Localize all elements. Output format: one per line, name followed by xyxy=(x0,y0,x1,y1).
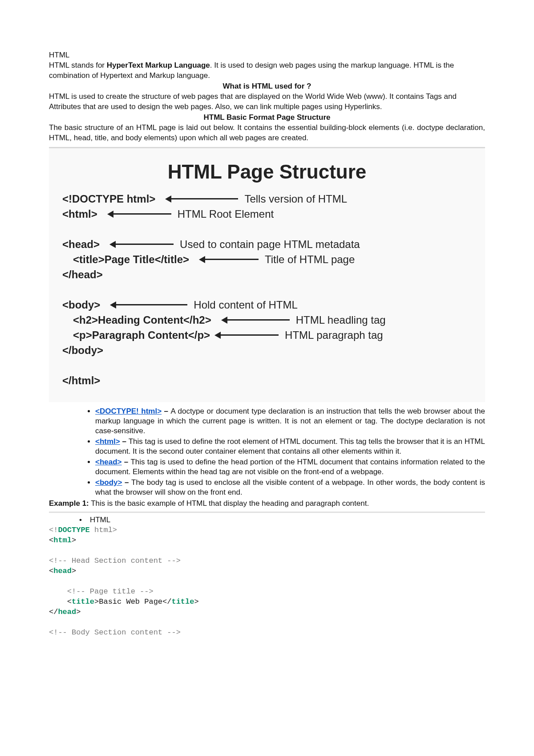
heading-basic-structure: HTML Basic Format Page Structure xyxy=(49,113,485,122)
diagram-row-html-close: </html> xyxy=(62,374,472,387)
code-content: <!DOCTYPE html> <html> <!-- Head Section… xyxy=(49,525,485,638)
para-basic-structure: The basic structure of an HTML page is l… xyxy=(49,123,485,143)
arrow-icon xyxy=(221,317,290,324)
diagram-row-body: <body> Hold content of HTML xyxy=(62,299,472,311)
diagram-title: HTML Page Structure xyxy=(62,161,472,183)
tag-description-list: <DOCTYPE! html> – A doctype or document … xyxy=(49,406,485,498)
arrow-icon xyxy=(109,241,174,248)
diagram-html-structure: HTML Page Structure <!DOCTYPE html> Tell… xyxy=(49,147,485,402)
example-label-text: This is the basic example of HTML that d… xyxy=(89,499,369,508)
code-language-label: •HTML xyxy=(49,516,485,524)
desc-p: HTML paragraph tag xyxy=(285,329,383,341)
bullet-text: This tag is used to define the head port… xyxy=(95,458,485,476)
bullet-text: This tag is used to define the root elem… xyxy=(95,437,485,455)
desc-body: Hold content of HTML xyxy=(194,299,297,311)
arrow-icon xyxy=(110,301,187,309)
diagram-row-head-close: </head> xyxy=(62,268,472,281)
desc-title: Title of HTML page xyxy=(265,253,355,266)
list-item: <DOCTYPE! html> – A doctype or document … xyxy=(95,406,485,436)
tag-p: <p>Paragraph Content</p> xyxy=(73,329,210,341)
bullet-text: The body tag is used to enclose all the … xyxy=(95,478,485,496)
tag-body-close: </body> xyxy=(62,344,103,357)
link-doctype[interactable]: <DOCTYPE! html> xyxy=(95,407,162,415)
tag-h2: <h2>Heading Content</h2> xyxy=(73,314,211,326)
desc-doctype: Tells version of HTML xyxy=(244,193,347,205)
list-item: <body> – The body tag is used to enclose… xyxy=(95,478,485,497)
arrow-icon xyxy=(107,211,171,218)
example-label-bold: Example 1: xyxy=(49,499,89,508)
tag-doctype: <!DOCTYPE html> xyxy=(62,193,155,205)
dash: – xyxy=(164,407,171,415)
diagram-row-html: <html> HTML Root Element xyxy=(62,208,472,220)
link-head[interactable]: <head> xyxy=(95,458,122,466)
title-html: HTML xyxy=(49,51,485,60)
desc-head: Used to contain page HTML metadata xyxy=(180,238,360,251)
intro-paragraph: HTML stands for HyperText Markup Languag… xyxy=(49,61,485,81)
diagram-row-p: <p>Paragraph Content</p> HTML paragraph … xyxy=(62,329,472,341)
arrow-icon xyxy=(214,332,279,339)
arrow-icon xyxy=(199,256,259,263)
para-used-for: HTML is used to create the structure of … xyxy=(49,92,485,112)
diagram-row-body-close: </body> xyxy=(62,344,472,357)
link-body[interactable]: <body> xyxy=(95,478,122,487)
dash: – xyxy=(125,478,131,487)
desc-h2: HTML headling tag xyxy=(296,314,386,326)
tag-head: <head> xyxy=(62,238,100,251)
tag-head-close: </head> xyxy=(62,268,103,281)
tag-body: <body> xyxy=(62,299,100,311)
heading-used-for: What is HTML used for ? xyxy=(49,82,485,91)
diagram-row-head: <head> Used to contain page HTML metadat… xyxy=(62,238,472,251)
example-label: Example 1: This is the basic example of … xyxy=(49,499,485,508)
intro-bold: HyperText Markup Language xyxy=(107,61,210,69)
tag-html: <html> xyxy=(62,208,97,220)
document-page: HTML HTML stands for HyperText Markup La… xyxy=(0,0,534,756)
desc-html: HTML Root Element xyxy=(178,208,274,220)
arrow-icon xyxy=(165,195,238,203)
diagram-row-h2: <h2>Heading Content</h2> HTML headling t… xyxy=(62,314,472,326)
tag-html-close: </html> xyxy=(62,374,100,387)
dash: – xyxy=(122,437,128,446)
intro-prefix: HTML stands for xyxy=(49,61,107,69)
list-item: <html> – This tag is used to define the … xyxy=(95,437,485,456)
list-item: <head> – This tag is used to define the … xyxy=(95,457,485,477)
link-html[interactable]: <html> xyxy=(95,437,120,446)
diagram-row-title: <title>Page Title</title> Title of HTML … xyxy=(62,253,472,266)
tag-title: <title>Page Title</title> xyxy=(73,253,189,266)
diagram-row-doctype: <!DOCTYPE html> Tells version of HTML xyxy=(62,193,472,205)
code-example: •HTML <!DOCTYPE html> <html> <!-- Head S… xyxy=(49,512,485,638)
dash: – xyxy=(124,458,131,466)
